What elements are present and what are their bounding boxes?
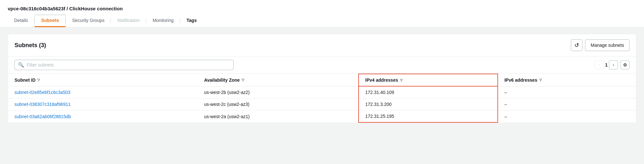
page-number: 1 (605, 62, 608, 67)
table-wrap: Subnet ID ▽ Availability Zone ▽ (8, 74, 636, 123)
refresh-button[interactable]: ↺ (571, 39, 582, 51)
tab-subnets[interactable]: Subnets (34, 15, 66, 27)
cell-ipv4-1: 172.31.40.109 (359, 86, 498, 98)
subnets-table: Subnet ID ▽ Availability Zone ▽ (8, 74, 636, 123)
tab-security-groups[interactable]: Security Groups (66, 15, 111, 27)
cell-subnet-id-3: subnet-03a62ab06f28815db (8, 110, 197, 123)
tab-monitoring[interactable]: Monitoring (146, 15, 180, 27)
tab-notification: Notification (111, 15, 146, 27)
prev-page-button[interactable]: ‹ (595, 60, 604, 69)
sort-icon-subnet-id[interactable]: ▽ (37, 78, 40, 82)
cell-ipv6-1: – (498, 86, 636, 98)
col-ipv4-addresses: IPv4 addresses ▽ (359, 74, 498, 86)
sort-icon-ipv4[interactable]: ▽ (400, 78, 403, 82)
sort-icon-ipv6[interactable]: ▽ (539, 78, 542, 82)
page-nav: ‹ 1 › (595, 60, 618, 69)
search-icon: 🔍 (18, 62, 24, 68)
page-wrapper: vpce-08c316c04b3a5623f / ClickHouse conn… (0, 0, 644, 164)
subnets-panel: Subnets (3) ↺ Manage subnets 🔍 (8, 34, 636, 123)
cell-ipv6-3: – (498, 110, 636, 123)
cell-ipv6-2: – (498, 98, 636, 110)
panel-title-group: Subnets (3) (14, 42, 46, 49)
next-page-button[interactable]: › (609, 60, 618, 69)
cell-ipv4-3: 172.31.25.195 (359, 110, 498, 123)
cell-az-3: us-west-2a (usw2-az1) (197, 110, 358, 123)
tabs-container: Details Subnets Security Groups Notifica… (8, 15, 636, 27)
subnet-link-3[interactable]: subnet-03a62ab06f28815db (14, 114, 71, 119)
table-body: subnet-02e85ebf1c6c3a503 us-west-2b (usw… (8, 86, 636, 122)
subnet-link-2[interactable]: subnet-038307c318af96911 (14, 102, 71, 107)
settings-icon: ⚙ (623, 62, 627, 67)
sort-icon-az[interactable]: ▽ (242, 78, 244, 82)
panel-actions: ↺ Manage subnets (571, 39, 630, 51)
subnet-link-1[interactable]: subnet-02e85ebf1c6c3a503 (14, 90, 71, 95)
cell-subnet-id-1: subnet-02e85ebf1c6c3a503 (8, 86, 197, 98)
search-input[interactable] (27, 62, 230, 67)
refresh-icon: ↺ (574, 42, 579, 49)
tab-details[interactable]: Details (8, 15, 34, 27)
cell-az-1: us-west-2b (usw2-az2) (197, 86, 358, 98)
tab-tags[interactable]: Tags (180, 15, 203, 27)
table-row: subnet-02e85ebf1c6c3a503 us-west-2b (usw… (8, 86, 636, 98)
col-subnet-id: Subnet ID ▽ (8, 74, 197, 86)
search-input-wrap: 🔍 (14, 60, 234, 70)
panel-header: Subnets (3) ↺ Manage subnets (8, 34, 636, 56)
header-bar: vpce-08c316c04b3a5623f / ClickHouse conn… (0, 0, 644, 27)
table-header: Subnet ID ▽ Availability Zone ▽ (8, 74, 636, 86)
pagination-area: ‹ 1 › ⚙ (595, 60, 630, 69)
table-row: subnet-03a62ab06f28815db us-west-2a (usw… (8, 110, 636, 123)
column-settings-button[interactable]: ⚙ (620, 60, 630, 69)
search-pagination-row: 🔍 ‹ 1 › ⚙ (8, 56, 636, 74)
col-ipv6-addresses: IPv6 addresses ▽ (498, 74, 636, 86)
cell-az-2: us-west-2c (usw2-az3) (197, 98, 358, 110)
cell-ipv4-2: 172.31.3.200 (359, 98, 498, 110)
manage-subnets-button[interactable]: Manage subnets (585, 39, 630, 51)
cell-subnet-id-2: subnet-038307c318af96911 (8, 98, 197, 110)
breadcrumb-title: vpce-08c316c04b3a5623f / ClickHouse conn… (8, 3, 636, 11)
panel-title: Subnets (3) (14, 42, 46, 48)
table-row: subnet-038307c318af96911 us-west-2c (usw… (8, 98, 636, 110)
content-area: Subnets (3) ↺ Manage subnets 🔍 (0, 27, 644, 129)
col-availability-zone: Availability Zone ▽ (197, 74, 358, 86)
